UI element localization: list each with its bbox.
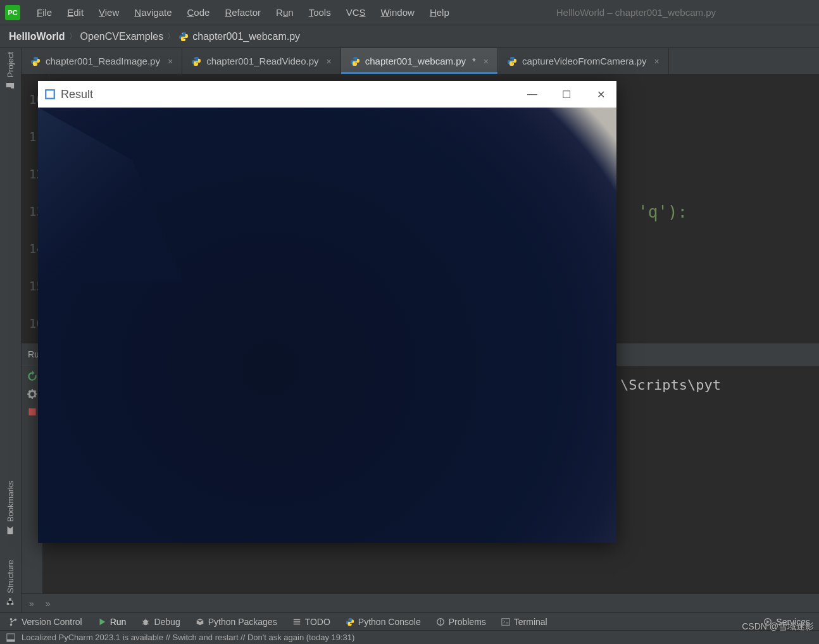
branch-icon: [9, 617, 18, 626]
output-fragment: \Scripts\pyt: [620, 377, 721, 393]
settings-icon[interactable]: [27, 388, 38, 400]
tool-label: Python Console: [358, 617, 421, 627]
stop-icon[interactable]: [27, 406, 38, 418]
tab-capturevideo[interactable]: captureVideoFromCamera.py ×: [498, 48, 669, 74]
svg-point-1: [185, 39, 185, 40]
tab-webcam[interactable]: chapter001_webcam.py * ×: [341, 48, 498, 74]
svg-point-11: [440, 623, 441, 624]
svg-point-0: [182, 33, 183, 34]
menu-window[interactable]: Window: [375, 4, 421, 20]
close-icon[interactable]: ✕: [591, 89, 610, 101]
tool-strip: Version Control Run Debug Python Package…: [0, 612, 819, 630]
tab-readimage[interactable]: chapter001_ReadImage.py ×: [22, 48, 182, 74]
play-icon: [97, 617, 106, 626]
tool-python-packages[interactable]: Python Packages: [196, 617, 277, 627]
menu-help[interactable]: Help: [423, 4, 456, 20]
status-message[interactable]: Localized PyCharm 2023.1 is available //…: [22, 633, 354, 642]
svg-point-7: [10, 623, 13, 626]
app-icon: PC: [5, 5, 20, 20]
tool-problems[interactable]: Problems: [436, 617, 486, 627]
window-app-icon: [44, 89, 56, 100]
menu-view[interactable]: View: [92, 4, 125, 20]
side-tab-bookmarks-label: Bookmarks: [6, 481, 15, 522]
problems-icon: [436, 617, 445, 626]
close-icon[interactable]: ×: [327, 56, 332, 66]
close-icon[interactable]: ×: [168, 56, 173, 66]
rerun-icon[interactable]: [27, 371, 38, 382]
minimize-icon[interactable]: —: [523, 89, 542, 101]
tool-label: Terminal: [514, 617, 547, 627]
maximize-icon[interactable]: ☐: [557, 89, 576, 101]
svg-rect-4: [9, 598, 12, 601]
breadcrumb: HellloWorld 〉 OpenCVExamples 〉 chapter00…: [0, 25, 819, 48]
terminal-icon: [501, 617, 510, 626]
statusbar: Localized PyCharm 2023.1 is available //…: [0, 630, 819, 644]
tool-todo[interactable]: TODO: [292, 617, 330, 627]
todo-icon: [292, 617, 301, 626]
packages-icon: [196, 617, 204, 626]
result-titlebar[interactable]: Result — ☐ ✕: [38, 81, 616, 108]
crumb-file[interactable]: chapter001_webcam.py: [192, 31, 300, 42]
code-fragment: 'q'):: [638, 202, 687, 221]
tool-label: Run: [110, 617, 127, 627]
svg-rect-3: [7, 603, 9, 605]
svg-point-8: [15, 618, 17, 621]
tab-label: chapter001_ReadImage.py: [46, 56, 160, 66]
tool-label: Problems: [449, 617, 486, 627]
result-window[interactable]: Result — ☐ ✕: [38, 81, 616, 543]
side-tab-project[interactable]: Project: [6, 52, 15, 90]
svg-point-6: [10, 617, 13, 620]
side-tab-project-label: Project: [6, 52, 15, 77]
tool-label: Version Control: [22, 617, 82, 627]
side-tab-structure[interactable]: Structure: [6, 560, 15, 606]
watermark: CSDN @雪域迷影: [742, 621, 814, 633]
structure-icon: [6, 597, 15, 606]
menu-run[interactable]: Run: [270, 4, 300, 20]
tab-label: chapter001_webcam.py: [365, 56, 466, 66]
menu-tools[interactable]: Tools: [303, 4, 337, 20]
tool-label: TODO: [305, 617, 330, 627]
side-tab-bookmarks[interactable]: Bookmarks: [6, 481, 15, 535]
crumb-folder[interactable]: OpenCVExamples: [80, 31, 164, 42]
nav-chevrons-1[interactable]: »: [29, 598, 34, 609]
svg-rect-17: [46, 90, 53, 97]
python-file-icon: [30, 56, 41, 66]
svg-rect-2: [11, 603, 14, 605]
python-file-icon: [350, 56, 360, 66]
menu-code[interactable]: Code: [181, 4, 216, 20]
editor-tabs: chapter001_ReadImage.py × chapter001_Rea…: [22, 48, 819, 75]
tool-python-console[interactable]: Python Console: [346, 617, 421, 627]
tool-terminal[interactable]: Terminal: [501, 617, 547, 627]
menu-navigate[interactable]: Navigate: [128, 4, 178, 20]
close-icon[interactable]: ×: [484, 56, 489, 66]
tab-label: chapter001_ReadVideo.py: [206, 56, 318, 66]
menubar: PC File Edit View Navigate Code Refactor…: [0, 0, 819, 25]
menu-refactor[interactable]: Refactor: [218, 4, 267, 20]
webcam-preview: [38, 108, 616, 543]
python-file-icon: [191, 56, 201, 66]
toolwindow-icon[interactable]: [6, 633, 15, 642]
tool-label: Debug: [154, 617, 180, 627]
folder-icon: [6, 81, 15, 90]
tab-label: captureVideoFromCamera.py: [522, 56, 646, 66]
python-icon: [346, 617, 354, 626]
tool-run[interactable]: Run: [97, 617, 127, 627]
modified-indicator-icon: *: [472, 56, 476, 66]
menu-edit[interactable]: Edit: [61, 4, 90, 20]
menu-vcs[interactable]: VCS: [340, 4, 372, 20]
python-file-icon: [507, 56, 517, 66]
tool-version-control[interactable]: Version Control: [9, 617, 82, 627]
chevron-right-icon: 〉: [167, 31, 175, 42]
crumb-project[interactable]: HellloWorld: [9, 31, 65, 42]
tab-readvideo[interactable]: chapter001_ReadVideo.py ×: [182, 48, 341, 74]
side-tab-structure-label: Structure: [6, 560, 15, 593]
bug-icon: [141, 617, 150, 626]
chevron-right-icon: 〉: [69, 31, 77, 42]
nav-chevrons-2[interactable]: »: [46, 598, 51, 609]
close-icon[interactable]: ×: [654, 56, 660, 66]
menu-file[interactable]: File: [30, 4, 58, 20]
window-title: HellloWorld – chapter001_webcam.py: [458, 7, 814, 18]
tool-debug[interactable]: Debug: [141, 617, 180, 627]
left-toolwindow-strip: Project Bookmarks Structure: [0, 48, 22, 612]
svg-rect-5: [28, 408, 35, 415]
